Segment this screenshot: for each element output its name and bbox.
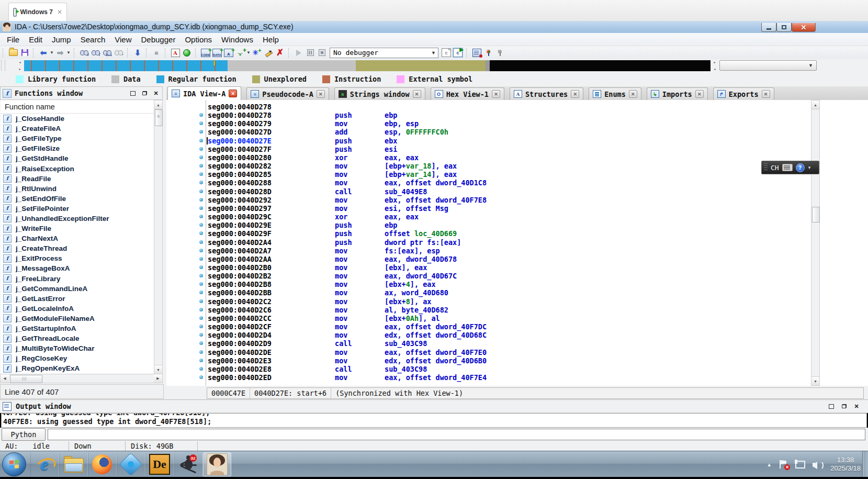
functions-window-titlebar[interactable]: f Functions window ✕ [0, 86, 163, 100]
output-restore-button[interactable] [827, 403, 836, 410]
taskbar-debugger-button[interactable]: 32 [174, 452, 203, 476]
function-list-item[interactable]: fj_GetStartupInfoA [1, 324, 154, 333]
function-list-item[interactable]: fj_ReadFile [1, 174, 154, 184]
network-icon[interactable] [795, 460, 805, 469]
output-close-button[interactable]: ✕ [852, 403, 861, 410]
menu-options[interactable]: Options [180, 34, 217, 45]
disassembly-line[interactable]: seg000:0040D288moveax, offset dword_40D1… [166, 179, 868, 187]
make-code-button[interactable]: CODE+ [200, 47, 211, 58]
function-list-item[interactable]: fj_WriteFile [1, 224, 154, 233]
help-icon[interactable]: ? [796, 163, 805, 172]
taskbar-tool-button[interactable] [117, 452, 145, 476]
tab-imports[interactable]: ↳Imports✕ [647, 87, 708, 100]
scroll-up-icon[interactable]: ▲ [154, 101, 162, 109]
scroll-left-icon[interactable]: ◀ [1, 374, 9, 383]
show-desktop-button[interactable] [862, 451, 868, 477]
disassembly-line[interactable]: seg000:0040D297movesi, offset Msg [166, 204, 868, 213]
jump-next-button[interactable]: ⬇ [132, 47, 143, 58]
make-array-button[interactable]: ✳+ [251, 47, 263, 58]
disassembly-line[interactable]: seg000:0040D278 [166, 103, 868, 111]
undefine-button[interactable]: ✗ [274, 47, 286, 58]
functions-float-button[interactable] [140, 90, 149, 97]
disassembly-line[interactable]: seg000:0040D2C2mov[ebx+8], ax [166, 297, 868, 306]
menu-help[interactable]: Help [258, 34, 284, 45]
disassembly-line[interactable]: seg000:0040D29Cxoreax, eax [166, 213, 868, 221]
function-list-item[interactable]: fj_GetModuleFileNameA [1, 314, 154, 324]
make-name-button[interactable]: A+ [223, 47, 234, 58]
menu-view[interactable]: View [110, 34, 136, 45]
functions-list[interactable]: fj_CloseHandlefj_CreateFileAfj_GetFileTy… [1, 114, 154, 374]
function-list-item[interactable]: fj_GetLastError [1, 294, 154, 304]
navband-zoom-buttons[interactable]: ◂▸ [17, 60, 23, 71]
debugger-selector[interactable]: No debugger ▼ [330, 48, 438, 58]
output-float-button[interactable] [840, 403, 848, 410]
disassembly-line[interactable]: seg000:0040D27Epushebx [166, 137, 868, 145]
scroll-up-icon[interactable]: ▲ [811, 101, 819, 109]
vm-tab-windows7[interactable]: Windows 7 ✕ [8, 3, 67, 21]
delete-breakpoint-button[interactable]: ✕ [494, 47, 505, 58]
tab-close-icon[interactable]: ✕ [571, 90, 579, 98]
functions-horizontal-scrollbar[interactable]: ◀ ▶ [0, 374, 163, 383]
navband-grip[interactable] [1, 60, 5, 71]
tab-close-icon[interactable]: ✕ [413, 90, 421, 98]
tab-close-icon[interactable]: ✕ [695, 90, 704, 98]
disassembly-line[interactable]: seg000:0040D2BBmovax, word_40D680 [166, 288, 868, 297]
disassembly-line[interactable]: seg000:0040D2E3movedx, offset dword_40D6… [166, 357, 868, 365]
disassembly-line[interactable]: seg000:0040D2D4movedx, offset dword_40D6… [166, 331, 868, 339]
menu-jump[interactable]: Jump [47, 34, 76, 45]
navigate-back-button[interactable]: ⬅ [38, 47, 49, 58]
navigation-band[interactable] [24, 60, 711, 71]
function-list-item[interactable]: fj_RaiseException [1, 163, 154, 173]
disassembly-line[interactable]: seg000:0040D2E8callsub_403C98 [166, 365, 868, 373]
tab-ida-view-a[interactable]: ≡IDA View-A✕ [167, 86, 241, 100]
functions-vertical-scrollbar[interactable]: ▲ ▼ [154, 100, 163, 374]
langbar-minimize-icon[interactable]: ▾ [808, 165, 811, 170]
disassembly-line[interactable]: seg000:0040D29Fpushoffset loc_40D669 [166, 229, 868, 238]
output-log[interactable]: 40F7E8: using guessed type int dword_40F… [1, 413, 867, 428]
langbar-grip[interactable] [764, 163, 768, 172]
keyboard-icon[interactable] [782, 164, 793, 171]
continue-process-button[interactable]: c▶ [452, 47, 464, 58]
tab-close-icon[interactable]: ✕ [317, 90, 325, 98]
disassembly-line[interactable]: seg000:0040D2C6moval, byte_40D682 [166, 306, 868, 314]
tab-close-icon[interactable]: ✕ [492, 90, 500, 98]
taskbar-die-button[interactable]: De [145, 452, 174, 476]
attach-process-button[interactable]: c↖ [441, 47, 452, 58]
functions-restore-button[interactable] [129, 90, 137, 97]
disassembly-line[interactable]: seg000:0040D27Fpushesi [166, 145, 868, 153]
disassembly-line[interactable]: seg000:0040D2A7movfs:[eax], esp [166, 247, 868, 255]
navband-scroll-buttons[interactable]: ▸◂ [712, 60, 718, 71]
make-string-button[interactable]: ‘s’+ [234, 47, 246, 58]
functions-close-button[interactable]: ✕ [152, 90, 160, 97]
minimize-button[interactable] [761, 23, 776, 32]
add-breakpoint-button[interactable]: + [482, 47, 494, 58]
tab-structures[interactable]: AStructures✕ [510, 87, 583, 100]
function-list-item[interactable]: fj_MessageBoxA [1, 263, 154, 273]
function-list-item[interactable]: fj_CreateThread [1, 243, 154, 253]
breakpoints-window-button[interactable] [471, 47, 482, 58]
lock-highlight-button[interactable]: 🔒︎ [151, 47, 162, 58]
disassembly-view[interactable]: seg000:0040D278seg000:0040D278pushebpseg… [166, 100, 868, 386]
taskbar-firefox-button[interactable] [88, 452, 117, 476]
disassembly-line[interactable]: seg000:0040D2CCmov[ebx+0Ah], al [166, 314, 868, 322]
command-line-input[interactable] [48, 429, 865, 440]
language-indicator[interactable]: CH [771, 164, 779, 172]
python-button[interactable]: Python [2, 428, 46, 441]
function-list-item[interactable]: fj_GetFileSize [1, 143, 154, 153]
menu-edit[interactable]: Edit [24, 34, 47, 45]
tab-close-icon[interactable]: ✕ [229, 90, 237, 97]
navband-range-selector[interactable]: ▼ [719, 60, 817, 71]
function-list-item[interactable]: fj_MultiByteToWideChar [1, 343, 154, 353]
disassembly-line[interactable]: seg000:0040D278pushebp [166, 111, 868, 119]
analysis-options-button[interactable]: A [170, 47, 181, 58]
tab-exports[interactable]: ↱Exports✕ [713, 87, 774, 100]
jump-address-button[interactable]: # [78, 47, 90, 58]
function-list-item[interactable]: fj_CharNextA [1, 233, 154, 243]
disassembly-line[interactable]: seg000:0040D2B8mov[ebx+4], eax [166, 280, 868, 288]
tab-strings-window[interactable]: sStrings window✕ [334, 87, 425, 100]
disassembly-line[interactable]: seg000:0040D2A4pushdword ptr fs:[eax] [166, 238, 868, 247]
function-list-item[interactable]: fj_RegCloseKey [1, 353, 154, 363]
scroll-down-icon[interactable]: ▼ [811, 376, 819, 385]
tab-hex-view-1[interactable]: OHex View-1✕ [431, 87, 504, 100]
function-list-item[interactable]: fj_UnhandledExceptionFilter [1, 214, 154, 224]
